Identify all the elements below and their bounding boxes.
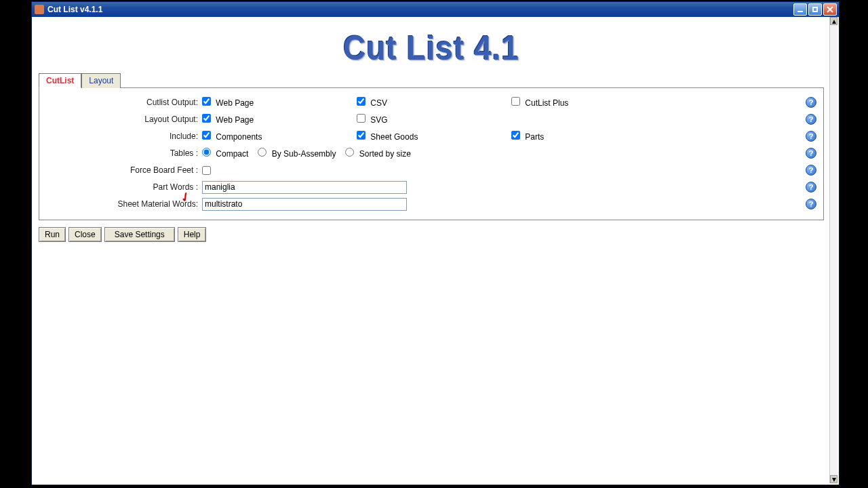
- tab-bar: CutList Layout: [39, 73, 824, 87]
- opt-layout-svg[interactable]: SVG: [357, 114, 388, 125]
- close-window-button[interactable]: [823, 3, 837, 16]
- chk-force-board-feet[interactable]: [202, 166, 211, 175]
- scroll-down-button[interactable]: ▾: [830, 475, 837, 483]
- help-icon[interactable]: ?: [806, 114, 816, 125]
- app-icon: [35, 5, 44, 14]
- opt-include-parts[interactable]: Parts: [511, 131, 544, 142]
- save-settings-button[interactable]: Save Settings: [104, 227, 175, 242]
- maximize-button[interactable]: [808, 3, 822, 16]
- label-include: Include:: [43, 131, 202, 141]
- opt-include-components[interactable]: Components: [202, 131, 262, 142]
- row-layout-output: Layout Output: Web Page SVG: [43, 111, 819, 127]
- row-tables: Tables : Compact By Sub-Assembly: [43, 145, 819, 161]
- chk-cutlist-csv[interactable]: [357, 97, 366, 106]
- titlebar[interactable]: Cut List v4.1.1: [32, 2, 839, 17]
- sheet-words-input[interactable]: [202, 198, 407, 211]
- chk-layout-webpage[interactable]: [202, 114, 211, 123]
- chk-cutlist-plus[interactable]: [511, 97, 520, 106]
- help-icon[interactable]: ?: [806, 148, 816, 159]
- opt-layout-webpage[interactable]: Web Page: [202, 114, 254, 125]
- rad-tables-sorted[interactable]: [345, 148, 354, 157]
- chk-include-parts[interactable]: [511, 131, 520, 140]
- help-button[interactable]: Help: [178, 227, 207, 242]
- chk-include-components[interactable]: [202, 131, 211, 140]
- opt-cutlist-csv[interactable]: CSV: [357, 97, 387, 108]
- chk-include-sheetgoods[interactable]: [357, 131, 366, 140]
- help-icon[interactable]: ?: [806, 131, 816, 142]
- window-controls: [793, 3, 837, 16]
- help-icon[interactable]: ?: [806, 182, 816, 192]
- row-force-board-feet: Force Board Feet : ?: [43, 162, 819, 178]
- chk-cutlist-webpage[interactable]: [202, 97, 211, 106]
- tab-layout[interactable]: Layout: [81, 73, 121, 88]
- help-icon[interactable]: ?: [806, 199, 816, 209]
- help-icon[interactable]: ?: [806, 97, 816, 108]
- label-sheet-words: Sheet Material Words:: [43, 199, 202, 209]
- row-sheet-words: Sheet Material Words: ? ✓: [43, 196, 819, 212]
- rad-tables-compact[interactable]: [202, 148, 211, 157]
- scroll-up-button[interactable]: ▴: [830, 17, 837, 25]
- run-button[interactable]: Run: [39, 227, 66, 242]
- opt-cutlist-plus[interactable]: CutList Plus: [511, 97, 568, 108]
- app-window: Cut List v4.1.1 Cut List 4.1 CutList Lay…: [31, 1, 840, 485]
- label-cutlist-output: Cutlist Output:: [43, 98, 202, 107]
- opt-include-sheetgoods[interactable]: Sheet Goods: [357, 131, 418, 142]
- label-tables: Tables :: [43, 148, 202, 158]
- tab-cutlist[interactable]: CutList: [39, 73, 81, 88]
- rad-tables-bysub[interactable]: [258, 148, 267, 157]
- row-part-words: Part Words : ?: [43, 179, 819, 195]
- row-include: Include: Components Sheet Goods: [43, 128, 819, 144]
- opt-tables-compact[interactable]: Compact: [202, 148, 248, 159]
- opt-tables-sorted[interactable]: Sorted by size: [345, 148, 410, 159]
- part-words-input[interactable]: [202, 181, 407, 194]
- vertical-scrollbar[interactable]: ▴ ▾: [829, 17, 837, 483]
- label-part-words: Part Words :: [43, 182, 202, 192]
- chk-layout-svg[interactable]: [357, 114, 366, 123]
- opt-cutlist-webpage[interactable]: Web Page: [202, 97, 254, 108]
- app-logo: Cut List 4.1: [33, 27, 829, 67]
- window-title: Cut List v4.1.1: [47, 5, 793, 14]
- opt-tables-bysub[interactable]: By Sub-Assembly: [258, 148, 336, 159]
- label-force-board-feet: Force Board Feet :: [43, 165, 202, 175]
- close-button[interactable]: Close: [68, 227, 102, 242]
- minimize-button[interactable]: [793, 3, 807, 16]
- row-cutlist-output: Cutlist Output: Web Page CSV: [43, 94, 819, 110]
- help-icon[interactable]: ?: [806, 165, 816, 176]
- action-button-row: Run Close Save Settings Help: [39, 227, 824, 242]
- settings-panel: Cutlist Output: Web Page CSV: [39, 87, 824, 220]
- scroll-track[interactable]: [830, 25, 837, 475]
- label-layout-output: Layout Output:: [43, 115, 202, 124]
- content-area: Cut List 4.1 CutList Layout Cutlist Outp…: [33, 17, 829, 483]
